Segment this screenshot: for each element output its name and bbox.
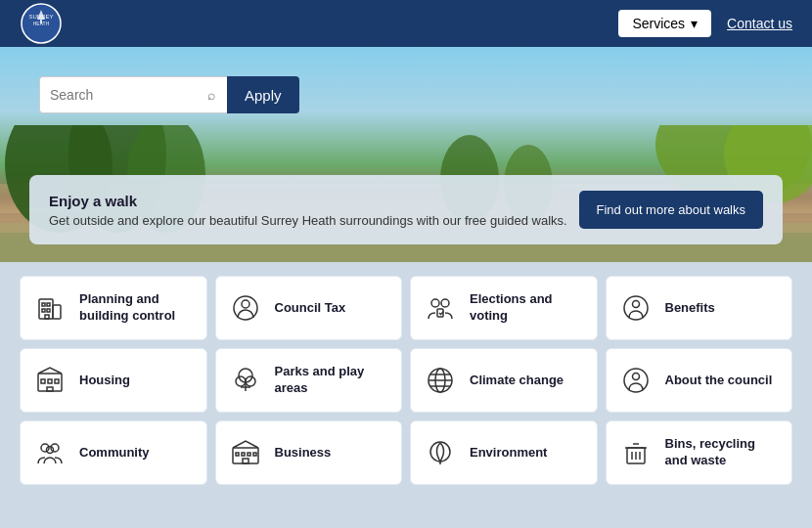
service-label-benefits: Benefits <box>665 300 715 317</box>
search-bar: ⌕ Apply <box>39 76 299 113</box>
service-card-benefits[interactable]: Benefits <box>606 276 793 340</box>
service-label-business: Business <box>275 445 332 462</box>
svg-point-46 <box>47 447 54 454</box>
service-label-council-tax: Council Tax <box>275 300 346 317</box>
building2-icon <box>32 363 68 398</box>
person-circle-icon <box>228 290 263 326</box>
svg-rect-15 <box>39 299 53 319</box>
svg-rect-20 <box>47 309 50 312</box>
apply-button[interactable]: Apply <box>227 76 299 113</box>
service-label-climate: Climate change <box>470 373 564 389</box>
bin-icon <box>618 435 654 470</box>
header: SURREY HEATH Services ▾ Contact us <box>0 0 812 47</box>
svg-point-28 <box>632 301 639 308</box>
svg-rect-49 <box>242 453 245 456</box>
svg-rect-32 <box>55 379 59 383</box>
service-card-business[interactable]: Business <box>215 420 403 485</box>
service-card-climate[interactable]: Climate change <box>410 348 598 413</box>
svg-point-24 <box>431 299 439 307</box>
promo-text: Enjoy a walk Get outside and explore our… <box>49 193 567 228</box>
svg-rect-16 <box>53 305 61 319</box>
search-input[interactable] <box>39 76 196 113</box>
svg-rect-33 <box>47 387 53 391</box>
svg-point-25 <box>441 299 449 307</box>
promo-button[interactable]: Find out more about walks <box>579 191 763 229</box>
contact-link[interactable]: Contact us <box>727 16 792 31</box>
hero-section: ⌕ Apply Enjoy a walk Get outside and exp… <box>0 47 812 262</box>
svg-rect-21 <box>45 315 49 319</box>
service-card-council-tax[interactable]: Council Tax <box>215 276 403 340</box>
svg-point-35 <box>236 376 246 386</box>
service-card-elections[interactable]: Elections and voting <box>410 276 598 340</box>
people-vote-icon <box>423 290 458 326</box>
promo-title: Enjoy a walk <box>49 193 567 209</box>
services-section: Planning and building controlCouncil Tax… <box>0 262 812 499</box>
svg-rect-51 <box>253 453 256 456</box>
svg-rect-30 <box>41 379 45 383</box>
promo-description: Get outside and explore our beautiful Su… <box>49 213 567 228</box>
svg-rect-18 <box>47 303 50 306</box>
svg-rect-19 <box>42 309 45 312</box>
service-card-about[interactable]: About the council <box>606 348 793 413</box>
services-label: Services <box>632 16 685 31</box>
person-circle2-icon <box>618 290 654 326</box>
service-card-planning[interactable]: Planning and building control <box>20 276 207 340</box>
tree-icon <box>228 363 263 398</box>
council-logo: SURREY HEATH <box>20 2 68 45</box>
person-circle3-icon <box>618 363 654 398</box>
service-card-environment[interactable]: Environment <box>410 420 598 485</box>
chevron-down-icon: ▾ <box>691 16 698 31</box>
svg-rect-52 <box>243 459 248 463</box>
svg-point-36 <box>246 376 255 386</box>
svg-point-53 <box>430 442 450 462</box>
people-icon <box>32 435 68 470</box>
globe-icon <box>423 363 458 398</box>
svg-rect-17 <box>42 303 45 306</box>
service-label-bins: Bins, recycling and waste <box>665 436 781 469</box>
search-icon: ⌕ <box>196 76 227 113</box>
business-building-icon <box>228 435 263 470</box>
services-button[interactable]: Services ▾ <box>618 10 711 37</box>
svg-point-43 <box>632 374 639 380</box>
service-label-housing: Housing <box>79 373 130 389</box>
service-card-bins[interactable]: Bins, recycling and waste <box>606 420 793 485</box>
building-icon <box>32 290 68 326</box>
promo-card: Enjoy a walk Get outside and explore our… <box>29 175 783 244</box>
leaf-icon <box>423 435 458 470</box>
service-label-parks: Parks and play areas <box>275 364 390 397</box>
service-label-about: About the council <box>665 373 773 389</box>
service-card-housing[interactable]: Housing <box>20 348 207 413</box>
service-card-parks[interactable]: Parks and play areas <box>215 348 403 413</box>
service-card-community[interactable]: Community <box>20 420 207 485</box>
service-label-elections: Elections and voting <box>470 291 585 325</box>
svg-rect-4 <box>40 20 42 23</box>
svg-rect-48 <box>236 453 239 456</box>
service-label-environment: Environment <box>470 445 547 462</box>
header-nav: Services ▾ Contact us <box>618 10 792 37</box>
svg-rect-50 <box>248 453 250 456</box>
service-label-community: Community <box>79 445 150 462</box>
svg-point-23 <box>242 300 249 308</box>
svg-rect-31 <box>48 379 52 383</box>
services-grid: Planning and building controlCouncil Tax… <box>20 276 792 485</box>
service-label-planning: Planning and building control <box>79 291 195 325</box>
